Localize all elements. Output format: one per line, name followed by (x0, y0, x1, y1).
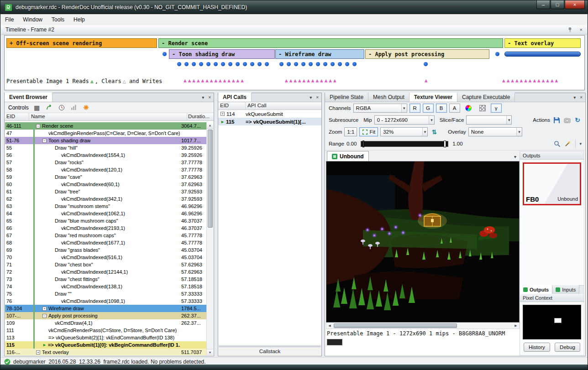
minimize-button[interactable]: – (536, 0, 550, 9)
draw-event-dot[interactable] (331, 62, 335, 66)
usage-triangle-icon[interactable]: ▲ (529, 78, 532, 84)
titlebar[interactable]: debugmarker.rdc - RenderDoc Unofficial r… (0, 0, 588, 14)
event-row[interactable]: 107-...−Apply post processing262.37... (5, 312, 206, 319)
panel-close-icon[interactable]: × (316, 95, 319, 100)
event-row[interactable]: 109vkCmdDraw(4,1)262.37... (5, 319, 206, 327)
magnifier-icon[interactable] (553, 140, 561, 148)
event-row[interactable]: 67Draw "red mushroom caps"45.77778 (5, 232, 206, 239)
overlay-activity-bar[interactable] (504, 52, 581, 57)
event-row[interactable]: 60vkCmdDrawIndexed(60,1)37.62963 (5, 181, 206, 188)
draw-event-dot[interactable] (338, 62, 342, 66)
history-button[interactable]: History (524, 343, 550, 352)
usage-triangle-icon[interactable]: ▲ (511, 78, 514, 84)
event-row[interactable]: 78-104+Wireframe draw1784.5... (5, 305, 206, 312)
draw-event-dot[interactable] (345, 62, 349, 66)
usage-triangle-icon[interactable]: ▲ (192, 78, 195, 84)
column-api-call[interactable]: API Call (246, 102, 321, 109)
event-row[interactable]: 70vkCmdDrawIndexed(516,1)45.03704 (5, 254, 206, 261)
maximize-button[interactable]: □ (551, 0, 564, 9)
tab-outputs[interactable]: Outputs (520, 285, 552, 294)
usage-triangle-icon[interactable]: ▲ (542, 78, 545, 84)
draw-event-dot[interactable] (265, 62, 269, 66)
api-call-row[interactable]: ►115=> vkQueueSubmit(1)[... (218, 118, 321, 125)
usage-triangle-icon[interactable]: ▲ (188, 78, 191, 84)
event-row[interactable]: 66vkCmdDrawIndexed(2193,1)46.37037 (5, 224, 206, 232)
save-icon[interactable] (552, 116, 561, 124)
event-row[interactable]: 64vkCmdDrawIndexed(1062,1)46.96296 (5, 210, 206, 217)
tab-mesh-output[interactable]: Mesh Output (368, 93, 410, 102)
column-duration[interactable]: Duratio... (187, 113, 214, 120)
usage-triangle-icon[interactable]: ▲ (507, 78, 510, 84)
usage-triangle-icon[interactable]: ▲ (197, 78, 200, 84)
event-row[interactable]: 76vkCmdDrawIndexed(1098,1)57.33333 (5, 297, 206, 305)
callstack-section[interactable]: Callstack (219, 347, 321, 355)
usage-triangle-icon[interactable]: ▲ (320, 78, 323, 84)
draw-event-dot[interactable] (192, 62, 196, 66)
usage-triangle-icon[interactable]: ▲ (219, 78, 222, 84)
event-row[interactable]: 72vkCmdDrawIndexed(12144,1)57.62963 (5, 268, 206, 276)
panel-close-icon[interactable]: × (208, 95, 211, 100)
toolbar-overflow-icon[interactable]: ▾ (579, 141, 582, 146)
usage-triangle-icon[interactable]: ▲ (515, 78, 519, 84)
event-row[interactable]: 51-76−Toon shading draw1017.7... (5, 137, 206, 144)
tab-texture-viewer[interactable]: Texture Viewer (410, 93, 457, 102)
texture-list-caret-icon[interactable]: ▾ (514, 154, 519, 161)
tab-api-calls[interactable]: API Calls (218, 93, 252, 102)
draw-event-dot[interactable] (250, 62, 254, 66)
draw-event-dot[interactable] (243, 62, 247, 66)
draw-event-dot[interactable] (495, 52, 499, 56)
draw-event-dot[interactable] (177, 62, 181, 66)
menu-item-file[interactable]: File (0, 15, 18, 25)
usage-triangle-icon[interactable]: ▲ (325, 78, 328, 84)
draw-event-dot[interactable] (424, 62, 428, 66)
scrollbar-thumb[interactable] (334, 323, 457, 328)
draw-event-dot[interactable] (184, 62, 189, 66)
tab-event-browser[interactable]: Event Browser (5, 93, 52, 102)
usage-triangle-icon[interactable]: ▲ (524, 78, 527, 84)
timeline-marker-toon[interactable]: - Toon shading draw (169, 49, 275, 59)
event-row[interactable]: 57Draw "rocks"37.77778 (5, 159, 206, 166)
event-row[interactable]: 46-111−Render scene3064.7... (5, 122, 206, 130)
mip-dropdown[interactable]: 0 - 1272x690▾ (374, 115, 435, 125)
usage-triangle-icon[interactable]: ▲ (311, 78, 315, 84)
timeline-marker-post[interactable]: - Apply post processing (365, 49, 489, 59)
event-row[interactable]: 56vkCmdDrawIndexed(1554,1)39.25926 (5, 151, 206, 159)
zoom-1to1-button[interactable]: 1:1 (344, 127, 357, 136)
tab-inputs[interactable]: Inputs (552, 285, 579, 294)
api-call-row[interactable]: +114vkQueueSubmit (218, 110, 321, 118)
usage-triangle-icon[interactable]: ▲ (205, 78, 209, 84)
usage-triangle-icon[interactable]: ▲ (184, 78, 187, 84)
checkerboard-icon[interactable] (477, 104, 488, 113)
channels-dropdown[interactable]: RGBA▾ (353, 104, 407, 113)
usage-triangle-icon[interactable]: ▲ (551, 78, 554, 84)
channel-r-button[interactable]: R (410, 104, 420, 113)
usage-triangle-icon[interactable]: ▲ (303, 78, 306, 84)
autofit-wand-icon[interactable] (563, 140, 572, 148)
event-row[interactable]: 68vkCmdDrawIndexed(1677,1)45.77778 (5, 239, 206, 246)
usage-triangle-icon[interactable]: ▲ (425, 78, 428, 84)
usage-triangle-icon[interactable]: ▲ (520, 78, 523, 84)
draw-event-dot[interactable] (163, 52, 167, 56)
usage-triangle-icon[interactable]: ▲ (232, 78, 235, 84)
event-row[interactable]: 115►=> vkQueueSubmit(1)[0]: vkBeginComma… (5, 341, 206, 349)
clock-icon[interactable] (58, 104, 66, 112)
texture-image[interactable] (326, 161, 520, 323)
event-row[interactable]: 74vkCmdDrawIndexed(138,1)57.18518 (5, 283, 206, 290)
draw-event-dot[interactable] (309, 62, 313, 66)
draw-event-dot[interactable] (214, 62, 218, 66)
usage-triangle-icon[interactable]: ▲ (214, 78, 217, 84)
flip-y-icon[interactable]: ⇅ (430, 128, 438, 136)
draw-event-dot[interactable] (257, 62, 262, 66)
tree-expander-icon[interactable]: − (42, 139, 47, 143)
usage-triangle-icon[interactable]: ▲ (537, 78, 541, 84)
channel-a-button[interactable]: A (449, 104, 460, 113)
event-row[interactable]: 111vkCmdEndRenderPass(C=Store, D=Store, … (5, 327, 206, 334)
usage-triangle-icon[interactable]: ▲ (210, 78, 213, 84)
usage-triangle-icon[interactable]: ▲ (241, 78, 244, 84)
draw-event-dot[interactable] (206, 62, 210, 66)
event-browser-scrollbar[interactable]: ▲ ▼ (206, 122, 213, 355)
usage-triangle-icon[interactable]: ▲ (201, 78, 205, 84)
draw-event-dot[interactable] (316, 62, 320, 66)
color-wheel-icon[interactable] (462, 104, 474, 113)
draw-event-dot[interactable] (323, 62, 327, 66)
